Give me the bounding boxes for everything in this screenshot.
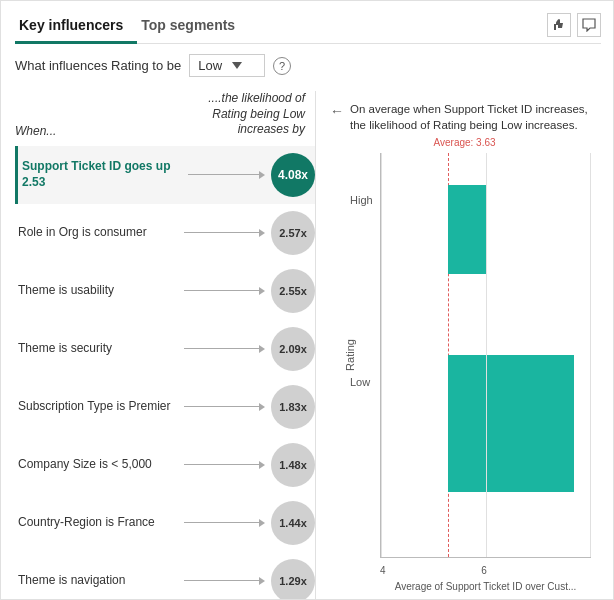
arrow-line	[184, 406, 265, 408]
arrow-line	[184, 232, 265, 234]
influencer-label: Subscription Type is Premier	[18, 399, 178, 415]
list-item[interactable]: Company Size is < 5,000 1.48x	[15, 436, 315, 494]
help-icon[interactable]: ?	[273, 57, 291, 75]
influencer-label: Theme is security	[18, 341, 178, 357]
filter-dropdown[interactable]: Low	[189, 54, 265, 77]
column-headers: When... ....the likelihood of Rating bei…	[15, 91, 315, 138]
right-panel: ← On average when Support Ticket ID incr…	[315, 91, 601, 600]
main-content: When... ....the likelihood of Rating bei…	[15, 91, 601, 600]
avg-label: Average: 3.63	[434, 137, 496, 148]
y-axis-title: Rating	[344, 340, 356, 372]
multiplier-bubble: 1.48x	[271, 443, 315, 487]
comment-button[interactable]	[577, 13, 601, 37]
list-item[interactable]: Theme is navigation 1.29x	[15, 552, 315, 600]
like-button[interactable]	[547, 13, 571, 37]
left-panel: When... ....the likelihood of Rating bei…	[15, 91, 315, 600]
multiplier-bubble: 2.57x	[271, 211, 315, 255]
multiplier-bubble: 2.09x	[271, 327, 315, 371]
arrow-line	[184, 348, 265, 350]
multiplier-bubble: 1.83x	[271, 385, 315, 429]
chart-description: On average when Support Ticket ID increa…	[350, 101, 591, 133]
arrow-line	[184, 290, 265, 292]
chart-header: ← On average when Support Ticket ID incr…	[330, 101, 591, 133]
tab-top-segments[interactable]: Top segments	[137, 13, 249, 44]
multiplier-bubble: 2.55x	[271, 269, 315, 313]
grid-line-left	[381, 153, 382, 557]
filter-value: Low	[198, 58, 222, 73]
list-item[interactable]: Theme is security 2.09x	[15, 320, 315, 378]
multiplier-bubble: 1.29x	[271, 559, 315, 600]
influencer-label: Role in Org is consumer	[18, 225, 178, 241]
arrow-line	[184, 464, 265, 466]
influencer-label: Support Ticket ID goes up 2.53	[22, 159, 182, 190]
multiplier-bubble: 1.44x	[271, 501, 315, 545]
influencer-label: Theme is navigation	[18, 573, 178, 589]
chart-area: Rating High Low Average: 3.63	[330, 143, 591, 600]
grid-line-mid	[486, 153, 487, 557]
tabs-bar: Key influencers Top segments	[15, 13, 601, 44]
x-label-4: 4	[380, 565, 386, 576]
influencer-list: Support Ticket ID goes up 2.53 4.08x Rol…	[15, 146, 315, 600]
influencer-label: Country-Region is France	[18, 515, 178, 531]
list-item[interactable]: Support Ticket ID goes up 2.53 4.08x	[15, 146, 315, 204]
multiplier-bubble: 4.08x	[271, 153, 315, 197]
arrow-line	[184, 580, 265, 582]
x-label-6: 6	[481, 565, 487, 576]
filter-row: What influences Rating to be Low ?	[15, 54, 601, 77]
list-item[interactable]: Subscription Type is Premier 1.83x	[15, 378, 315, 436]
influencer-label: Company Size is < 5,000	[18, 457, 178, 473]
influencer-label: Theme is usability	[18, 283, 178, 299]
back-arrow: ←	[330, 102, 344, 122]
list-item[interactable]: Country-Region is France 1.44x	[15, 494, 315, 552]
arrow-line	[188, 174, 265, 176]
col-when-header: When...	[15, 124, 185, 138]
x-axis-title: Average of Support Ticket ID over Cust..…	[380, 581, 591, 592]
y-label-low: Low	[350, 376, 370, 388]
grid-line-right	[590, 153, 591, 557]
bar-high	[448, 185, 486, 274]
col-likelihood-header: ....the likelihood of Rating being Low i…	[185, 91, 305, 138]
y-label-high: High	[350, 194, 373, 206]
list-item[interactable]: Theme is usability 2.55x	[15, 262, 315, 320]
list-item[interactable]: Role in Org is consumer 2.57x	[15, 204, 315, 262]
tab-key-influencers[interactable]: Key influencers	[15, 13, 137, 44]
arrow-line	[184, 522, 265, 524]
filter-prefix: What influences Rating to be	[15, 58, 181, 73]
bar-low	[448, 355, 574, 492]
